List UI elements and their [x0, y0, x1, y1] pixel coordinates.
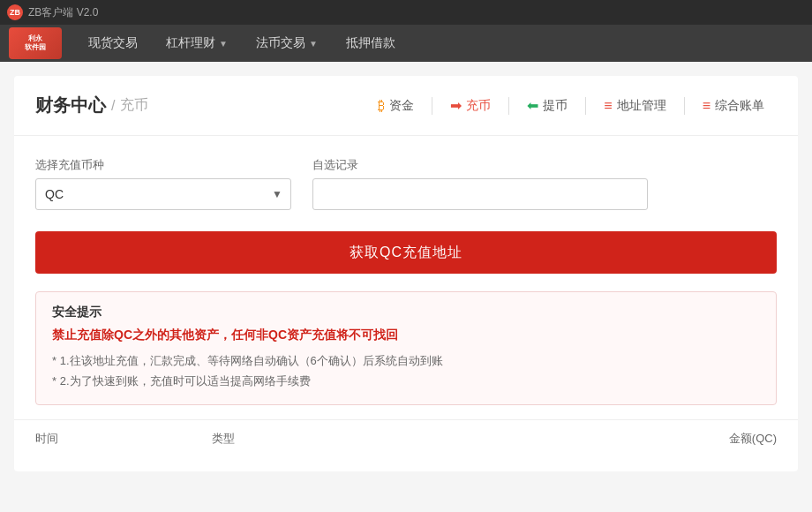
- bitcoin-icon: ₿: [378, 98, 385, 114]
- notes-form-group: 自选记录: [312, 157, 648, 210]
- table-col-type: 类型: [212, 431, 388, 447]
- breadcrumb-sub: 充币: [120, 96, 148, 115]
- toolbar-account-label: 综合账单: [715, 98, 764, 114]
- table-header: 时间 类型 金额(QC): [14, 419, 798, 457]
- notes-input[interactable]: [312, 178, 648, 210]
- currency-select[interactable]: QC BTC ETH USDT EOS: [35, 178, 291, 210]
- address-icon: ≡: [604, 98, 612, 114]
- card-header: 财务中心 / 充币 ₿ 资金 ➡ 充币 ⬅ 提币: [14, 76, 798, 136]
- breadcrumb-separator: /: [111, 98, 115, 114]
- nav-item-spot[interactable]: 现货交易: [76, 30, 150, 56]
- app-title: ZB客户端 V2.0: [28, 5, 98, 20]
- form-area: 选择充值币种 QC BTC ETH USDT EOS ▼ 自选记录: [14, 136, 798, 210]
- safety-warning: 禁止充值除QC之外的其他资产，任何非QC资产充值将不可找回: [52, 328, 760, 343]
- nav-bar: 利永软件园 现货交易 杠杆理财 ▼ 法币交易 ▼ 抵押借款: [0, 25, 812, 62]
- toolbar-divider4: [684, 97, 685, 115]
- toolbar-funds-button[interactable]: ₿ 资金: [365, 93, 426, 119]
- toolbar-withdraw-label: 提币: [543, 98, 568, 114]
- toolbar-address-button[interactable]: ≡ 地址管理: [591, 93, 678, 119]
- currency-form-group: 选择充值币种 QC BTC ETH USDT EOS ▼: [35, 157, 291, 210]
- currency-select-wrapper: QC BTC ETH USDT EOS ▼: [35, 178, 291, 210]
- toolbar-divider: [432, 97, 432, 115]
- safety-note-2: * 2.为了快速到账，充值时可以适当提高网络手续费: [52, 371, 760, 391]
- app-logo-small: ZB: [7, 4, 23, 20]
- chevron-down-icon: ▼: [219, 39, 228, 49]
- toolbar-account-button[interactable]: ≡ 综合账单: [690, 93, 777, 119]
- safety-title: 安全提示: [52, 305, 760, 320]
- toolbar-deposit-button[interactable]: ➡ 充币: [438, 92, 503, 119]
- safety-note-1: * 1.往该地址充值，汇款完成、等待网络自动确认（6个确认）后系统自动到账: [52, 350, 760, 371]
- nav-item-mortgage[interactable]: 抵押借款: [334, 30, 408, 56]
- table-col-amount: 金额(QC): [388, 431, 777, 447]
- deposit-icon: ➡: [450, 97, 462, 114]
- title-bar: ZB ZB客户端 V2.0: [0, 0, 812, 25]
- nav-item-leverage[interactable]: 杠杆理财 ▼: [154, 30, 240, 56]
- toolbar-address-label: 地址管理: [617, 98, 666, 114]
- table-col-time: 时间: [35, 431, 212, 447]
- main-card: 财务中心 / 充币 ₿ 资金 ➡ 充币 ⬅ 提币: [14, 76, 798, 471]
- toolbar-withdraw-button[interactable]: ⬅ 提币: [515, 92, 580, 119]
- get-address-button[interactable]: 获取QC充值地址: [35, 231, 777, 274]
- safety-notes: * 1.往该地址充值，汇款完成、等待网络自动确认（6个确认）后系统自动到账 * …: [52, 350, 760, 392]
- notes-label: 自选记录: [312, 157, 648, 173]
- safety-notice: 安全提示 禁止充值除QC之外的其他资产，任何非QC资产充值将不可找回 * 1.往…: [35, 291, 777, 405]
- breadcrumb-main: 财务中心: [35, 94, 106, 117]
- breadcrumb: 财务中心 / 充币: [35, 94, 148, 117]
- toolbar-funds-label: 资金: [389, 98, 414, 114]
- withdraw-icon: ⬅: [527, 97, 538, 114]
- currency-label: 选择充值币种: [35, 157, 291, 173]
- account-icon: ≡: [703, 98, 710, 114]
- nav-items: 现货交易 杠杆理财 ▼ 法币交易 ▼ 抵押借款: [76, 30, 408, 56]
- nav-logo: 利永软件园: [9, 27, 62, 59]
- toolbar: ₿ 资金 ➡ 充币 ⬅ 提币 ≡ 地址管理: [365, 92, 777, 119]
- chevron-down-icon: ▼: [309, 39, 318, 49]
- toolbar-divider2: [508, 97, 509, 115]
- toolbar-deposit-label: 充币: [466, 98, 491, 114]
- nav-item-fiat[interactable]: 法币交易 ▼: [244, 30, 330, 56]
- toolbar-divider3: [585, 97, 586, 115]
- content-area: 财务中心 / 充币 ₿ 资金 ➡ 充币 ⬅ 提币: [0, 62, 812, 512]
- nav-logo-text: 利永软件园: [25, 34, 46, 51]
